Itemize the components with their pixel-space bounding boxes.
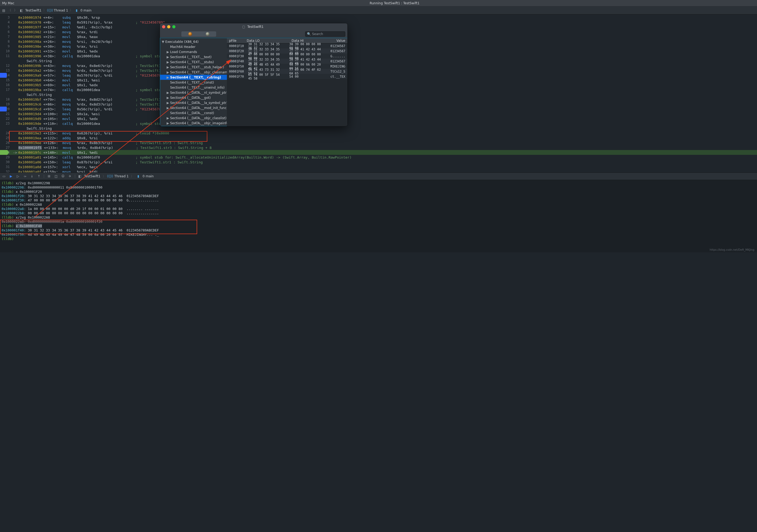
lldb-console[interactable]: (lldb) x/2xg 0x1000022980x100002298: 0xd… — [0, 180, 757, 252]
disassembly-view[interactable]: 30x100001974 <+4>: subq $0x30, %rsp 40x1… — [0, 15, 757, 172]
minimize-icon[interactable] — [167, 25, 170, 28]
disclosure-icon[interactable]: ▶ — [167, 71, 169, 74]
asm-line[interactable]: 290x100001a01 <+145>: callq 0x100001df0 … — [0, 155, 757, 160]
related-items-icon[interactable]: ▤ — [2, 8, 6, 13]
macho-hex-table[interactable]: pFile Data LO Data HI Value 00001F1030 3… — [227, 38, 348, 126]
disclosure-icon[interactable]: ▶ — [167, 116, 169, 120]
breakpoints-icon[interactable]: ▶ — [9, 174, 14, 179]
macho-titlebar[interactable]: ▢ TestSwift1 — [160, 23, 348, 30]
disclosure-icon[interactable]: ▶ — [167, 96, 169, 100]
tree-row[interactable]: ▶ Section64 (__TEXT,__stubs) — [160, 59, 227, 65]
tree-row[interactable]: ▶ Section64 (__DATA,__la_symbol_ptr) — [160, 100, 227, 105]
macho-window[interactable]: ▢ TestSwift1 🔍 Search ▼ Executable (X86_… — [160, 23, 348, 127]
asm-line[interactable]: 100x100001991 <+33>: movl $0x1, %edx — [0, 49, 757, 54]
macho-section-tree[interactable]: ▼ Executable (X86_64) Mach64 Header▶ Loa… — [160, 38, 227, 126]
debug-view-icon[interactable]: ⊞ — [46, 174, 51, 179]
asm-line[interactable]: Swift.String — [0, 58, 757, 63]
nav-forward-icon[interactable]: 〉 — [14, 8, 18, 13]
step-out-icon[interactable]: ↑ — [36, 174, 41, 179]
asm-line[interactable]: 200x1000019cd <+93>: leaq 0x56c(%rip), %… — [0, 106, 757, 111]
tree-row[interactable]: ▶ Section64 (__TEXT,__objc_classname) — [160, 70, 227, 75]
tree-row[interactable]: Mach64 Header — [160, 44, 227, 49]
disclosure-icon[interactable]: ▶ — [167, 101, 169, 105]
breadcrumb-frame[interactable]: 0 main — [80, 9, 91, 12]
disclosure-icon[interactable]: ▼ — [162, 40, 164, 44]
zoom-icon[interactable] — [172, 25, 175, 28]
tree-row[interactable]: Section64 (__TEXT,__const) — [160, 80, 227, 85]
asm-line[interactable]: 30x100001974 <+4>: subq $0x30, %rsp — [0, 15, 757, 20]
disclosure-icon[interactable]: ▶ — [167, 91, 169, 95]
debug-breadcrumb-thread[interactable]: Thread 1 — [114, 174, 129, 178]
disclosure-icon[interactable]: ▶ — [167, 50, 169, 54]
asm-line[interactable]: 50x10000197f <+15>: movl %edi, -0x1c(%rb… — [0, 25, 757, 29]
asm-line[interactable]: 170x1000019ba <+74>: callq 0x100001dea ;… — [0, 87, 757, 92]
debug-memory-icon[interactable]: ◫ — [53, 174, 58, 179]
asm-line[interactable]: 260x1000019ee <+126>: movq %rax, 0x8b3(%… — [0, 140, 757, 145]
asm-line[interactable]: 250x1000019ea <+122>: addq $0x8, %rsi — [0, 135, 757, 140]
breadcrumb-thread[interactable]: Thread 1 — [54, 9, 68, 12]
asm-line[interactable]: 240x1000019e3 <+115>: movq 0x626(%rip), … — [0, 131, 757, 135]
asm-line[interactable]: 300x100001a06 <+150>: leaq 0x87b(%rip), … — [0, 160, 757, 164]
asm-line[interactable]: Swift.String — [0, 92, 757, 97]
asm-line[interactable]: Swift.String — [0, 126, 757, 131]
step-into-icon[interactable]: ↓ — [29, 174, 34, 179]
disclosure-icon[interactable]: ▶ — [167, 75, 169, 79]
breadcrumb-project[interactable]: TestSwift1 — [25, 9, 42, 12]
asm-line[interactable]: 190x1000019c6 <+86>: movq %rdx, 0x8d3(%r… — [0, 102, 757, 106]
asm-line[interactable]: 160x1000019b5 <+69>: movl $0x1, %edx — [0, 82, 757, 87]
asm-line[interactable]: 140x1000019a9 <+57>: leaq 0x570(%rip), %… — [0, 73, 757, 78]
asm-line[interactable]: 310x100001a0d <+157>: xorl %ecx, %ecx — [0, 164, 757, 169]
asm-line[interactable]: 70x100001985 <+21>: movl $0xa, %eax — [0, 34, 757, 39]
column-datalo[interactable]: Data LO — [245, 39, 289, 43]
debug-location-icon[interactable]: ✈ — [68, 174, 72, 179]
tree-row[interactable]: ▶ Section64 (__DATA,__objc_classlist) — [160, 115, 227, 121]
debug-hierarchy-icon[interactable]: ⦿ — [61, 174, 65, 179]
asm-line[interactable]: 210x1000019d4 <+100>: movl $0x1a, %esi — [0, 111, 757, 116]
hide-debug-icon[interactable]: ▭ — [2, 174, 6, 179]
tree-row[interactable]: ▶ Section64 (__TEXT,__stub_helper) — [160, 65, 227, 70]
asm-line[interactable]: 110x100001996 <+38>: callq 0x100001dea ;… — [0, 54, 757, 58]
close-icon[interactable] — [162, 25, 165, 28]
asm-line[interactable]: 230x1000019de <+110>: callq 0x100001dea … — [0, 121, 757, 126]
asm-line[interactable]: 150x1000019b0 <+64>: movl $0x11, %esi — [0, 78, 757, 82]
arch-x86-icon[interactable] — [188, 32, 192, 36]
asm-line[interactable]: 80x10000198a <+26>: movq %rsi, -0x28(%rb… — [0, 39, 757, 44]
step-over-icon[interactable]: ⤼ — [22, 174, 27, 179]
asm-line[interactable]: 180x1000019bf <+79>: movq %rax, 0x8d2(%r… — [0, 97, 757, 102]
arch-other-icon[interactable] — [206, 32, 209, 36]
breakpoint-marker[interactable] — [0, 106, 9, 111]
disclosure-icon[interactable]: ▶ — [167, 65, 169, 69]
asm-line[interactable]: 28->0x1000019fc <+140>: movl $0x1, %edi — [0, 150, 757, 155]
tree-row[interactable]: ▶ Section64 (__DATA,__objc_imageinfo) — [160, 121, 227, 126]
asm-line[interactable]: 120x10000199b <+43>: movq %rax, 0x8e6(%r… — [0, 63, 757, 68]
debug-breadcrumb-frame[interactable]: 0 main — [142, 174, 154, 178]
arch-segmented-control[interactable] — [181, 31, 216, 37]
tree-row[interactable]: Section64 (__DATA,__objc_const) — [160, 126, 227, 126]
tree-row[interactable]: ▶ Section64 (__DATA,__mod_init_func) — [160, 105, 227, 110]
column-value[interactable]: Value — [334, 39, 348, 43]
disclosure-icon[interactable]: ▶ — [167, 106, 169, 110]
breakpoint-marker[interactable] — [0, 73, 9, 78]
asm-line[interactable]: 60x100001982 <+18>: movq %rax, %rdi — [0, 29, 757, 34]
tree-row[interactable]: ▶ Section64 (__DATA,__nl_symbol_ptr) — [160, 90, 227, 95]
tree-row[interactable]: ▶ Section64 (__TEXT,__text) — [160, 54, 227, 59]
debug-breadcrumb-project[interactable]: TestSwift1 — [84, 174, 101, 178]
asm-line[interactable]: 130x1000019a2 <+50>: movq %rdx, 0x8e7(%r… — [0, 68, 757, 73]
tree-row[interactable]: ▶ Section64 (__DATA,__got) — [160, 95, 227, 100]
asm-line[interactable]: 270x1000019f5 <+133>: movq %rdx, 0x8b4(%… — [0, 145, 757, 150]
macho-search-field[interactable]: 🔍 Search — [305, 31, 345, 37]
asm-line[interactable]: 220x1000019d9 <+105>: movl $0x1, %edx — [0, 116, 757, 121]
pc-marker[interactable] — [0, 150, 9, 155]
tree-row[interactable]: ▼ Executable (X86_64) — [160, 39, 227, 44]
nav-back-icon[interactable]: 〈 — [8, 8, 12, 13]
column-pfile[interactable]: pFile — [227, 39, 245, 43]
tree-row[interactable]: ▶ Section64 (__TEXT,__cstring) — [160, 75, 227, 80]
disclosure-icon[interactable]: ▶ — [167, 121, 169, 125]
asm-line[interactable]: 40x100001978 <+8>: leaq 0x591(%rip), %ra… — [0, 20, 757, 25]
hex-row[interactable]: 00001F7063 74 00 5F 5F 54 45 5854 00ct._… — [227, 74, 348, 79]
tree-row[interactable]: Section64 (__DATA,__const) — [160, 110, 227, 115]
disclosure-icon[interactable]: ▶ — [167, 55, 169, 59]
asm-line[interactable]: 320x100001a0f <+159>: movq %rsi, %rdi — [0, 169, 757, 172]
tree-row[interactable]: ▶ Load Commands — [160, 49, 227, 54]
tree-row[interactable]: Section64 (__TEXT,__unwind_info) — [160, 85, 227, 90]
